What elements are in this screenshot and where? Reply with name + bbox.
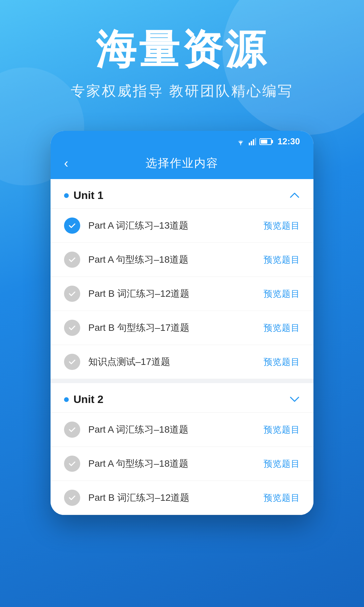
nav-title: 选择作业内容 [146, 155, 218, 171]
unit1-header: Unit 1 [51, 179, 313, 209]
phone-frame: 12:30 ‹ 选择作业内容 Unit 1 [51, 131, 313, 515]
unit2-item1-name: Part A 词汇练习–18道题 [88, 423, 255, 436]
unit2-item1-preview[interactable]: 预览题目 [264, 424, 300, 436]
unit2-header: Unit 2 [51, 379, 313, 413]
unit2-check-icon-2 [64, 456, 80, 472]
unit1-dot [64, 193, 69, 198]
status-bar: 12:30 [51, 131, 313, 150]
unit2-exercise-list: Part A 词汇练习–18道题 预览题目 Part A 句型练习–18道题 预… [51, 413, 313, 515]
nav-bar: ‹ 选择作业内容 [51, 150, 313, 179]
unit2-item3-name: Part B 词汇练习–12道题 [88, 491, 255, 504]
unit2-item3-preview[interactable]: 预览题目 [264, 492, 300, 504]
unit1-item-4[interactable]: Part B 句型练习–17道题 预览题目 [51, 311, 313, 345]
svg-rect-1 [249, 143, 250, 145]
battery-icon [260, 138, 272, 145]
unit1-item-3[interactable]: Part B 词汇练习–12道题 预览题目 [51, 277, 313, 311]
unit2-check-icon-3 [64, 490, 80, 506]
status-icons [236, 138, 272, 145]
check-icon-1 [64, 218, 80, 234]
content-area: Unit 1 Part A 词汇练习–13道题 [51, 179, 313, 515]
unit1-item2-name: Part A 句型练习–18道题 [88, 253, 255, 266]
check-icon-4 [64, 320, 80, 336]
hero-section: 海量资源 专家权威指导 教研团队精心编写 [0, 0, 364, 117]
hero-title: 海量资源 [20, 27, 344, 71]
unit1-item2-preview[interactable]: 预览题目 [264, 254, 300, 266]
svg-rect-3 [253, 139, 254, 145]
svg-rect-2 [251, 141, 252, 145]
unit1-item3-name: Part B 词汇练习–12道题 [88, 287, 255, 300]
unit1-exercise-list: Part A 词汇练习–13道题 预览题目 Part A 句型练习–18道题 预… [51, 209, 313, 379]
unit2-dot [64, 397, 69, 402]
wifi-icon [236, 138, 245, 145]
svg-rect-4 [255, 138, 256, 145]
check-icon-3 [64, 286, 80, 302]
unit2-item2-name: Part A 句型练习–18道题 [88, 457, 255, 470]
unit2-item-2[interactable]: Part A 句型练习–18道题 预览题目 [51, 447, 313, 481]
unit1-item5-name: 知识点测试–17道题 [88, 355, 255, 368]
unit1-item1-name: Part A 词汇练习–13道题 [88, 219, 255, 232]
unit2-item2-preview[interactable]: 预览题目 [264, 458, 300, 470]
phone-mockup: 12:30 ‹ 选择作业内容 Unit 1 [51, 131, 313, 515]
unit1-label: Unit 1 [64, 189, 103, 202]
unit1-item4-preview[interactable]: 预览题目 [264, 322, 300, 334]
unit2-item-1[interactable]: Part A 词汇练习–18道题 预览题目 [51, 413, 313, 447]
check-icon-5 [64, 354, 80, 370]
unit1-item3-preview[interactable]: 预览题目 [264, 288, 300, 300]
unit1-item-5[interactable]: 知识点测试–17道题 预览题目 [51, 345, 313, 379]
unit1-item1-preview[interactable]: 预览题目 [264, 220, 300, 232]
unit1-item-1[interactable]: Part A 词汇练习–13道题 预览题目 [51, 209, 313, 243]
unit1-item5-preview[interactable]: 预览题目 [264, 356, 300, 368]
check-icon-2 [64, 252, 80, 268]
unit1-collapse-button[interactable] [289, 190, 300, 201]
hero-subtitle: 专家权威指导 教研团队精心编写 [20, 82, 344, 100]
unit2-check-icon-1 [64, 422, 80, 438]
unit2-item-3[interactable]: Part B 词汇练习–12道题 预览题目 [51, 481, 313, 515]
unit1-item4-name: Part B 句型练习–17道题 [88, 321, 255, 334]
status-time: 12:30 [278, 136, 300, 147]
unit2-label: Unit 2 [64, 393, 103, 406]
unit2-expand-button[interactable] [289, 394, 300, 405]
unit1-item-2[interactable]: Part A 句型练习–18道题 预览题目 [51, 243, 313, 277]
svg-point-0 [240, 144, 241, 145]
back-button[interactable]: ‹ [64, 157, 68, 170]
signal-icon [249, 138, 256, 145]
